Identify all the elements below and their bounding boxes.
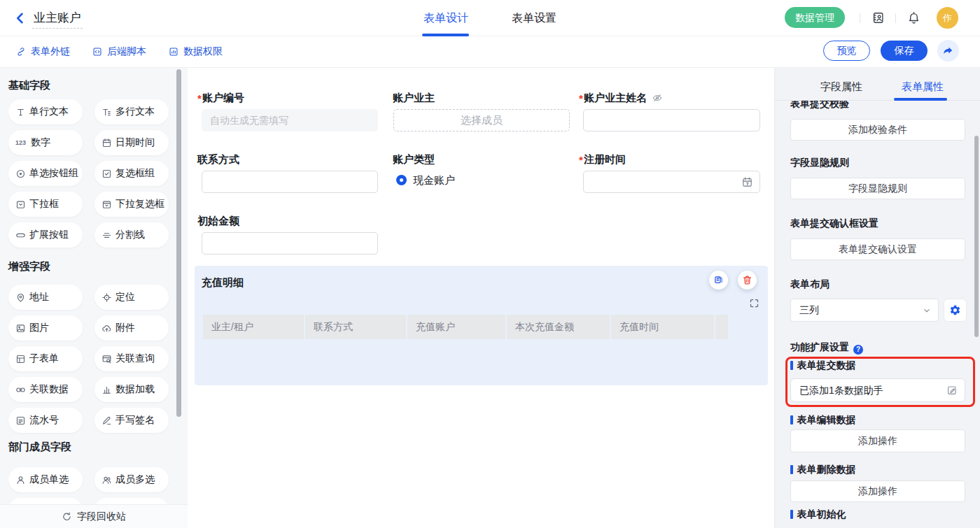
subtable-title: 充值明细 <box>202 276 244 290</box>
contacts-icon[interactable] <box>872 11 885 24</box>
share-arrow-icon <box>942 45 954 57</box>
backend-script-link[interactable]: 后端脚本 <box>92 36 146 67</box>
sidebar-item-select[interactable]: 下拉框 <box>8 192 83 217</box>
recycle-icon <box>62 511 72 522</box>
linked-data-icon <box>15 385 26 395</box>
preview-button[interactable]: 预览 <box>823 41 870 61</box>
form-toolbar: 表单外链 后端脚本 数据权限 预览 保存 <box>0 36 980 68</box>
sidebar-item-divider[interactable]: 分割线 <box>94 222 169 248</box>
subform-icon <box>15 354 26 364</box>
save-button[interactable]: 保存 <box>881 41 927 61</box>
sidebar-item-label: 子表单 <box>29 352 59 365</box>
tab-field-properties[interactable]: 字段属性 <box>820 80 862 94</box>
sidebar-item-image[interactable]: 图片 <box>8 315 83 341</box>
expand-icon[interactable] <box>749 298 760 308</box>
layout-select-value: 三列 <box>799 304 819 315</box>
delete-field-button[interactable] <box>738 271 757 290</box>
section-title-member-fields: 部门成员字段 <box>8 441 71 454</box>
layout-select[interactable]: 三列 <box>790 299 939 322</box>
tab-form-design[interactable]: 表单设计 <box>424 11 468 25</box>
submit-data-assistant-box[interactable]: 已添加1条数据助手 <box>790 378 965 402</box>
sidebar-item-number[interactable]: 123数字 <box>8 130 83 155</box>
help-icon[interactable]: ? <box>853 345 863 355</box>
sidebar-item-radio[interactable]: 单选按钮组 <box>8 161 83 186</box>
member-icon <box>15 475 26 485</box>
attachment-icon <box>102 323 112 334</box>
sidebar-item-data-load[interactable]: 数据加载 <box>94 377 169 402</box>
recycle-bin-label: 字段回收站 <box>77 511 126 523</box>
sidebar-item-signature[interactable]: 手写签名 <box>94 408 169 433</box>
subtable-column-header-empty <box>715 315 728 339</box>
owner-name-input[interactable] <box>583 109 760 131</box>
account-no-input[interactable]: 自动生成无需填写 <box>202 109 378 131</box>
tab-form-settings[interactable]: 表单设置 <box>512 11 556 25</box>
data-permission-link[interactable]: 数据权限 <box>169 36 223 67</box>
add-edit-action-button[interactable]: 添加操作 <box>790 429 965 452</box>
sidebar-item-single-text[interactable]: 单行文本 <box>8 99 83 124</box>
sidebar-item-linked-data[interactable]: 关联数据 <box>8 377 83 402</box>
trash-icon <box>742 275 752 285</box>
sidebar-item-member[interactable]: 成员单选 <box>8 467 83 492</box>
header-separator <box>895 13 896 23</box>
submit-data-assistant-value: 已添加1条数据助手 <box>799 385 883 396</box>
label-delete-data: 表单删除数据 <box>790 464 856 475</box>
contact-input[interactable] <box>202 171 378 193</box>
required-asterisk: * <box>579 92 584 104</box>
register-time-input[interactable] <box>583 171 760 193</box>
label-submit-validation: 表单提交校验 <box>790 101 849 109</box>
duplicate-field-button[interactable] <box>709 271 728 290</box>
sidebar-item-datetime[interactable]: 日期时间 <box>94 130 169 155</box>
field-label-owner-name: * 账户业主姓名 <box>579 92 663 104</box>
single-text-icon <box>15 107 26 117</box>
locate-icon <box>102 292 112 303</box>
form-external-link[interactable]: 表单外链 <box>16 36 70 67</box>
add-delete-action-button[interactable]: 添加操作 <box>790 480 965 502</box>
sidebar-item-linked-query[interactable]: 关联查询 <box>94 346 169 371</box>
back-icon[interactable] <box>13 10 27 26</box>
sidebar-item-label: 成员单选 <box>29 473 69 486</box>
signature-icon <box>102 415 112 426</box>
label-extension-settings: 功能扩展设置? <box>790 341 863 355</box>
radio-cash-account[interactable] <box>396 175 407 185</box>
layout-settings-button[interactable] <box>944 299 967 322</box>
sidebar-item-extend-button[interactable]: 扩展按钮 <box>8 222 83 248</box>
sidebar-item-label: 单选按钮组 <box>29 167 78 180</box>
sidebar-scrollbar[interactable] <box>176 69 181 417</box>
sidebar-item-multiselect[interactable]: 下拉复选框 <box>94 192 169 217</box>
initial-amount-input[interactable] <box>202 232 378 255</box>
sidebar-item-attachment[interactable]: 附件 <box>94 315 169 341</box>
panel-scrollbar[interactable] <box>974 136 979 337</box>
sidebar-item-label: 关联查询 <box>115 352 155 365</box>
sidebar-item-multi-text[interactable]: 多行文本 <box>94 99 169 124</box>
submit-confirm-button[interactable]: 表单提交确认设置 <box>790 238 965 260</box>
sidebar-item-members[interactable]: 成员多选 <box>94 467 169 492</box>
form-canvas: * 账户编号 账户业主 * 账户业主姓名 自动生成无需填写 选择成员 联系方式 … <box>188 68 774 528</box>
bell-icon[interactable] <box>907 10 920 25</box>
divider-icon <box>102 230 112 241</box>
sidebar-item-serial[interactable]: 流水号 <box>8 408 83 433</box>
label-field-visibility: 字段显隐规则 <box>790 157 849 168</box>
edit-icon[interactable] <box>946 385 958 396</box>
share-button[interactable] <box>937 40 959 62</box>
owner-picker-input[interactable]: 选择成员 <box>393 109 570 131</box>
title-dashed-underline <box>32 28 83 29</box>
data-load-icon <box>102 385 112 395</box>
panel-tab-underline <box>894 98 947 101</box>
sidebar-item-subform[interactable]: 子表单 <box>8 346 83 371</box>
avatar[interactable]: 作 <box>937 7 958 29</box>
sidebar-item-address[interactable]: 地址 <box>8 285 83 310</box>
data-manage-button[interactable]: 数据管理 <box>785 7 845 28</box>
datetime-icon <box>102 138 112 148</box>
multi-text-icon <box>102 107 112 117</box>
sidebar-item-label: 地址 <box>29 291 49 304</box>
add-validation-button[interactable]: 添加校验条件 <box>790 119 965 141</box>
sidebar-item-locate[interactable]: 定位 <box>94 285 169 310</box>
field-visibility-button[interactable]: 字段显隐规则 <box>790 178 965 199</box>
label-submit-data: 表单提交数据 <box>790 359 856 371</box>
field-recycle-bin[interactable]: 字段回收站 <box>0 504 188 528</box>
sidebar-item-checkbox[interactable]: 复选框组 <box>94 161 169 186</box>
subtable-recharge-detail[interactable]: 充值明细 业主/租户联系方式充值账户本次充值金额充值时间 <box>195 266 768 385</box>
sidebar-item-label: 分割线 <box>115 229 145 241</box>
form-external-link-label: 表单外链 <box>31 45 70 58</box>
tab-form-properties[interactable]: 表单属性 <box>902 80 944 94</box>
